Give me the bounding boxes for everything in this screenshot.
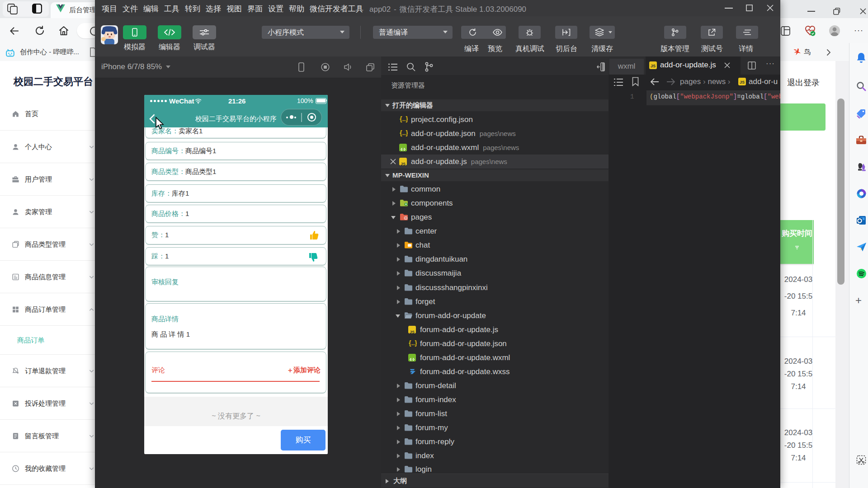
svg-text:JS: JS	[651, 64, 656, 68]
svg-text:JS: JS	[740, 80, 745, 84]
svg-text:{..}: {..}	[400, 116, 408, 122]
svg-text:JS: JS	[401, 162, 406, 166]
svg-text:{..}: {..}	[400, 130, 408, 136]
svg-text:JS: JS	[410, 330, 415, 334]
svg-text:{..}: {..}	[409, 340, 417, 347]
